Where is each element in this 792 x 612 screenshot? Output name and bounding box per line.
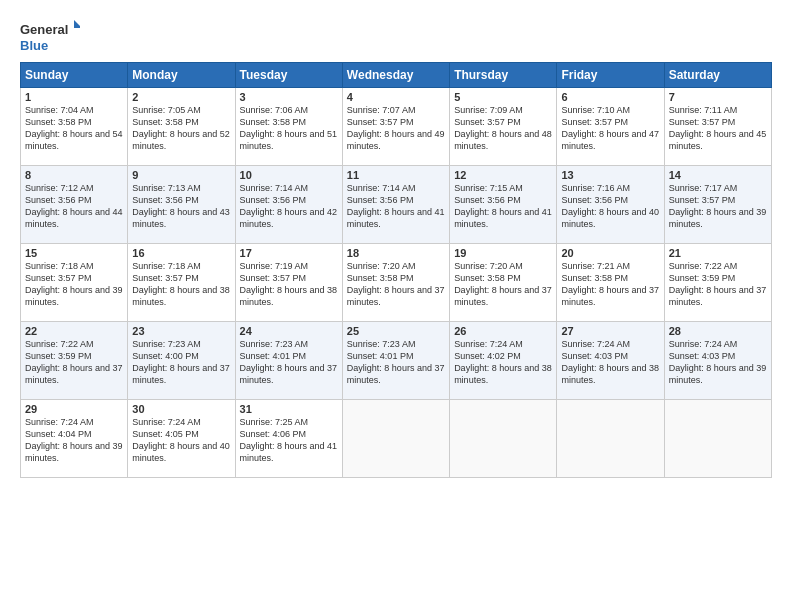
cell-week1-day5: 6Sunrise: 7:10 AMSunset: 3:57 PMDaylight… — [557, 88, 664, 166]
day-number: 25 — [347, 325, 445, 337]
day-info: Sunrise: 7:11 AMSunset: 3:57 PMDaylight:… — [669, 105, 767, 151]
day-number: 31 — [240, 403, 338, 415]
week-row-4: 22Sunrise: 7:22 AMSunset: 3:59 PMDayligh… — [21, 322, 772, 400]
cell-week4-day1: 23Sunrise: 7:23 AMSunset: 4:00 PMDayligh… — [128, 322, 235, 400]
cell-week2-day3: 11Sunrise: 7:14 AMSunset: 3:56 PMDayligh… — [342, 166, 449, 244]
day-number: 12 — [454, 169, 552, 181]
day-number: 26 — [454, 325, 552, 337]
day-number: 4 — [347, 91, 445, 103]
day-number: 16 — [132, 247, 230, 259]
cell-week2-day4: 12Sunrise: 7:15 AMSunset: 3:56 PMDayligh… — [450, 166, 557, 244]
day-info: Sunrise: 7:05 AMSunset: 3:58 PMDaylight:… — [132, 105, 230, 151]
day-info: Sunrise: 7:18 AMSunset: 3:57 PMDaylight:… — [25, 261, 123, 307]
page: General Blue SundayMondayTuesdayWednesda… — [0, 0, 792, 612]
day-number: 19 — [454, 247, 552, 259]
day-number: 30 — [132, 403, 230, 415]
cell-week3-day0: 15Sunrise: 7:18 AMSunset: 3:57 PMDayligh… — [21, 244, 128, 322]
day-number: 10 — [240, 169, 338, 181]
day-info: Sunrise: 7:24 AMSunset: 4:03 PMDaylight:… — [669, 339, 767, 385]
cell-week5-day4 — [450, 400, 557, 478]
day-number: 23 — [132, 325, 230, 337]
cell-week3-day6: 21Sunrise: 7:22 AMSunset: 3:59 PMDayligh… — [664, 244, 771, 322]
day-number: 24 — [240, 325, 338, 337]
day-number: 1 — [25, 91, 123, 103]
week-row-5: 29Sunrise: 7:24 AMSunset: 4:04 PMDayligh… — [21, 400, 772, 478]
cell-week5-day2: 31Sunrise: 7:25 AMSunset: 4:06 PMDayligh… — [235, 400, 342, 478]
col-header-wednesday: Wednesday — [342, 63, 449, 88]
day-info: Sunrise: 7:18 AMSunset: 3:57 PMDaylight:… — [132, 261, 230, 307]
cell-week1-day0: 1Sunrise: 7:04 AMSunset: 3:58 PMDaylight… — [21, 88, 128, 166]
cell-week3-day2: 17Sunrise: 7:19 AMSunset: 3:57 PMDayligh… — [235, 244, 342, 322]
col-header-sunday: Sunday — [21, 63, 128, 88]
day-number: 2 — [132, 91, 230, 103]
cell-week2-day0: 8Sunrise: 7:12 AMSunset: 3:56 PMDaylight… — [21, 166, 128, 244]
cell-week4-day2: 24Sunrise: 7:23 AMSunset: 4:01 PMDayligh… — [235, 322, 342, 400]
cell-week1-day3: 4Sunrise: 7:07 AMSunset: 3:57 PMDaylight… — [342, 88, 449, 166]
week-row-3: 15Sunrise: 7:18 AMSunset: 3:57 PMDayligh… — [21, 244, 772, 322]
cell-week5-day3 — [342, 400, 449, 478]
day-info: Sunrise: 7:09 AMSunset: 3:57 PMDaylight:… — [454, 105, 552, 151]
day-number: 14 — [669, 169, 767, 181]
day-info: Sunrise: 7:23 AMSunset: 4:01 PMDaylight:… — [240, 339, 338, 385]
cell-week2-day5: 13Sunrise: 7:16 AMSunset: 3:56 PMDayligh… — [557, 166, 664, 244]
cell-week4-day6: 28Sunrise: 7:24 AMSunset: 4:03 PMDayligh… — [664, 322, 771, 400]
day-info: Sunrise: 7:15 AMSunset: 3:56 PMDaylight:… — [454, 183, 552, 229]
day-info: Sunrise: 7:10 AMSunset: 3:57 PMDaylight:… — [561, 105, 659, 151]
day-info: Sunrise: 7:21 AMSunset: 3:58 PMDaylight:… — [561, 261, 659, 307]
cell-week4-day0: 22Sunrise: 7:22 AMSunset: 3:59 PMDayligh… — [21, 322, 128, 400]
header: General Blue — [20, 18, 772, 56]
day-info: Sunrise: 7:06 AMSunset: 3:58 PMDaylight:… — [240, 105, 338, 151]
day-number: 3 — [240, 91, 338, 103]
day-number: 18 — [347, 247, 445, 259]
day-info: Sunrise: 7:22 AMSunset: 3:59 PMDaylight:… — [25, 339, 123, 385]
svg-text:General: General — [20, 22, 68, 37]
day-info: Sunrise: 7:14 AMSunset: 3:56 PMDaylight:… — [240, 183, 338, 229]
day-number: 6 — [561, 91, 659, 103]
day-info: Sunrise: 7:20 AMSunset: 3:58 PMDaylight:… — [454, 261, 552, 307]
day-number: 22 — [25, 325, 123, 337]
header-row: SundayMondayTuesdayWednesdayThursdayFrid… — [21, 63, 772, 88]
day-number: 5 — [454, 91, 552, 103]
col-header-tuesday: Tuesday — [235, 63, 342, 88]
day-info: Sunrise: 7:23 AMSunset: 4:00 PMDaylight:… — [132, 339, 230, 385]
cell-week1-day4: 5Sunrise: 7:09 AMSunset: 3:57 PMDaylight… — [450, 88, 557, 166]
cell-week5-day1: 30Sunrise: 7:24 AMSunset: 4:05 PMDayligh… — [128, 400, 235, 478]
day-info: Sunrise: 7:19 AMSunset: 3:57 PMDaylight:… — [240, 261, 338, 307]
day-number: 21 — [669, 247, 767, 259]
svg-text:Blue: Blue — [20, 38, 48, 53]
day-number: 28 — [669, 325, 767, 337]
col-header-monday: Monday — [128, 63, 235, 88]
day-number: 15 — [25, 247, 123, 259]
col-header-thursday: Thursday — [450, 63, 557, 88]
cell-week4-day3: 25Sunrise: 7:23 AMSunset: 4:01 PMDayligh… — [342, 322, 449, 400]
day-info: Sunrise: 7:24 AMSunset: 4:05 PMDaylight:… — [132, 417, 230, 463]
cell-week2-day6: 14Sunrise: 7:17 AMSunset: 3:57 PMDayligh… — [664, 166, 771, 244]
day-info: Sunrise: 7:13 AMSunset: 3:56 PMDaylight:… — [132, 183, 230, 229]
cell-week1-day6: 7Sunrise: 7:11 AMSunset: 3:57 PMDaylight… — [664, 88, 771, 166]
logo: General Blue — [20, 18, 80, 56]
svg-marker-2 — [74, 20, 80, 28]
cell-week2-day2: 10Sunrise: 7:14 AMSunset: 3:56 PMDayligh… — [235, 166, 342, 244]
cell-week3-day1: 16Sunrise: 7:18 AMSunset: 3:57 PMDayligh… — [128, 244, 235, 322]
day-number: 20 — [561, 247, 659, 259]
day-info: Sunrise: 7:17 AMSunset: 3:57 PMDaylight:… — [669, 183, 767, 229]
day-info: Sunrise: 7:14 AMSunset: 3:56 PMDaylight:… — [347, 183, 445, 229]
day-info: Sunrise: 7:24 AMSunset: 4:04 PMDaylight:… — [25, 417, 123, 463]
day-number: 9 — [132, 169, 230, 181]
cell-week1-day2: 3Sunrise: 7:06 AMSunset: 3:58 PMDaylight… — [235, 88, 342, 166]
day-number: 17 — [240, 247, 338, 259]
day-number: 13 — [561, 169, 659, 181]
day-number: 27 — [561, 325, 659, 337]
cell-week1-day1: 2Sunrise: 7:05 AMSunset: 3:58 PMDaylight… — [128, 88, 235, 166]
cell-week5-day5 — [557, 400, 664, 478]
day-info: Sunrise: 7:25 AMSunset: 4:06 PMDaylight:… — [240, 417, 338, 463]
col-header-friday: Friday — [557, 63, 664, 88]
day-number: 7 — [669, 91, 767, 103]
day-info: Sunrise: 7:22 AMSunset: 3:59 PMDaylight:… — [669, 261, 767, 307]
cell-week3-day5: 20Sunrise: 7:21 AMSunset: 3:58 PMDayligh… — [557, 244, 664, 322]
day-number: 8 — [25, 169, 123, 181]
day-info: Sunrise: 7:24 AMSunset: 4:03 PMDaylight:… — [561, 339, 659, 385]
day-info: Sunrise: 7:23 AMSunset: 4:01 PMDaylight:… — [347, 339, 445, 385]
calendar-table: SundayMondayTuesdayWednesdayThursdayFrid… — [20, 62, 772, 478]
day-info: Sunrise: 7:07 AMSunset: 3:57 PMDaylight:… — [347, 105, 445, 151]
